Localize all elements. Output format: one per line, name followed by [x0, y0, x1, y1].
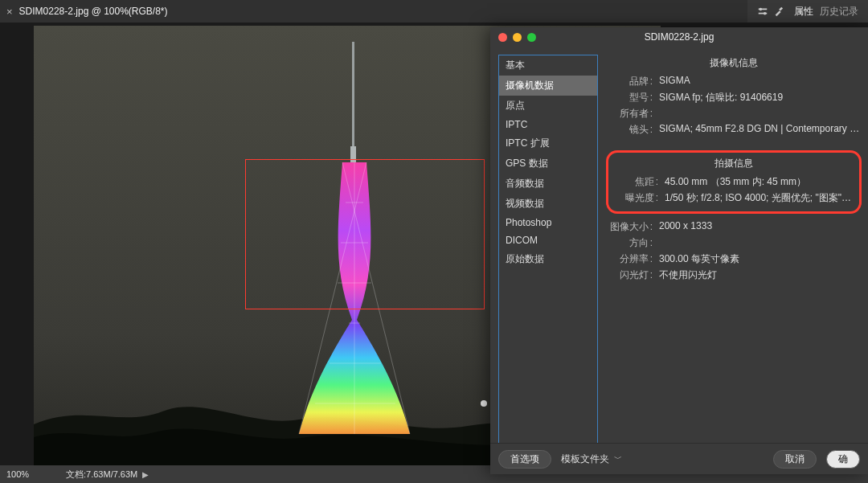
- selection-marquee[interactable]: [245, 159, 485, 309]
- dialog-body: 基本 摄像机数据 原点 IPTC IPTC 扩展 GPS 数据 音频数据 视频数…: [490, 47, 868, 443]
- svg-rect-3: [759, 9, 768, 10]
- category-raw[interactable]: 原始数据: [499, 249, 597, 269]
- kv-exposure: 曝光度 1/50 秒; f/2.8; ISO 4000; 光圈优先; "图案"测…: [612, 191, 856, 205]
- kv-owner-key: 所有者: [606, 107, 653, 121]
- panel-mini-icons: [757, 6, 784, 17]
- kv-brand-val: SIGMA: [653, 75, 862, 88]
- window-minimize-icon[interactable]: [513, 33, 522, 42]
- kv-image-size: 图像大小 2000 x 1333: [606, 220, 862, 234]
- svg-point-2: [764, 12, 767, 15]
- filesize-readout: 文档:7.63M/7.63M: [58, 469, 137, 481]
- category-pane: 基本 摄像机数据 原点 IPTC IPTC 扩展 GPS 数据 音频数据 视频数…: [490, 47, 606, 443]
- kv-focal-val: 45.00 mm （35 mm 内: 45 mm）: [658, 175, 856, 189]
- kv-exposure-val: 1/50 秒; f/2.8; ISO 4000; 光圈优先; "图案"测光: [658, 191, 856, 205]
- kv-lens: 镜头 SIGMA; 45mm F2.8 DG DN | Contemporary…: [606, 123, 862, 137]
- dialog-titlebar[interactable]: SDIM0228-2.jpg: [490, 27, 868, 47]
- template-folder-dropdown[interactable]: 模板文件夹 ﹀: [561, 452, 622, 466]
- category-iptc-ext[interactable]: IPTC 扩展: [499, 133, 597, 153]
- kv-owner: 所有者: [606, 107, 862, 121]
- shot-info-highlight: 拍摄信息 焦距 45.00 mm （35 mm 内: 45 mm） 曝光度 1/…: [606, 150, 862, 214]
- file-info-dialog: SDIM0228-2.jpg 基本 摄像机数据 原点 IPTC IPTC 扩展 …: [490, 27, 868, 474]
- document-tabbar: × SDIM0228-2.jpg @ 100%(RGB/8*): [0, 0, 868, 23]
- section-camera-header: 摄像机信息: [606, 56, 862, 70]
- status-disclosure-icon[interactable]: ▶: [142, 470, 149, 479]
- category-gps[interactable]: GPS 数据: [499, 153, 597, 174]
- kv-model-val: SIGMA fp; 信噪比: 91406619: [653, 91, 862, 104]
- category-list[interactable]: 基本 摄像机数据 原点 IPTC IPTC 扩展 GPS 数据 音频数据 视频数…: [498, 55, 598, 443]
- kv-image-size-val: 2000 x 1333: [653, 220, 862, 234]
- chevron-down-icon: ﹀: [614, 453, 622, 465]
- kv-focal-key: 焦距: [612, 175, 658, 189]
- window-controls: [498, 33, 536, 42]
- kv-orientation-val: [653, 236, 862, 250]
- cancel-button[interactable]: 取消: [773, 450, 817, 469]
- kv-flash-key: 闪光灯: [606, 268, 653, 282]
- kv-brand: 品牌 SIGMA: [606, 75, 862, 88]
- dialog-title: SDIM0228-2.jpg: [490, 31, 868, 43]
- kv-image-size-key: 图像大小: [606, 220, 653, 234]
- category-basic[interactable]: 基本: [499, 55, 597, 76]
- kv-focal: 焦距 45.00 mm （35 mm 内: 45 mm）: [612, 175, 856, 189]
- svg-point-8: [481, 400, 487, 407]
- close-tab-icon[interactable]: ×: [6, 6, 13, 18]
- brush-icon[interactable]: [773, 6, 784, 17]
- template-folder-label: 模板文件夹: [561, 452, 609, 466]
- kv-resolution-val: 300.00 每英寸像素: [653, 252, 862, 266]
- zoom-readout[interactable]: 100%: [0, 469, 58, 479]
- category-iptc[interactable]: IPTC: [499, 116, 597, 133]
- right-panel-tabs: 属性 历史记录: [747, 0, 868, 23]
- category-photoshop[interactable]: Photoshop: [499, 214, 597, 231]
- window-close-icon[interactable]: [498, 33, 507, 42]
- kv-lens-key: 镜头: [606, 123, 653, 137]
- svg-rect-6: [352, 42, 354, 154]
- kv-owner-val: [653, 107, 862, 121]
- tab-history[interactable]: 历史记录: [820, 5, 858, 18]
- dialog-footer: 首选项 模板文件夹 ﹀ 取消 确: [490, 443, 868, 474]
- document-title: SDIM0228-2.jpg @ 100%(RGB/8*): [19, 6, 168, 17]
- kv-resolution-key: 分辨率: [606, 252, 653, 266]
- category-audio[interactable]: 音频数据: [499, 174, 597, 194]
- adjust-icon[interactable]: [757, 6, 768, 17]
- category-origin[interactable]: 原点: [499, 96, 597, 116]
- window-zoom-icon[interactable]: [527, 33, 536, 42]
- kv-resolution: 分辨率 300.00 每英寸像素: [606, 252, 862, 266]
- category-video[interactable]: 视频数据: [499, 194, 597, 214]
- kv-model: 型号 SIGMA fp; 信噪比: 91406619: [606, 91, 862, 104]
- ok-button[interactable]: 确: [826, 450, 860, 469]
- detail-pane: 摄像机信息 品牌 SIGMA 型号 SIGMA fp; 信噪比: 9140661…: [606, 47, 868, 443]
- kv-flash-val: 不使用闪光灯: [653, 268, 862, 282]
- kv-flash: 闪光灯 不使用闪光灯: [606, 268, 862, 282]
- kv-lens-val: SIGMA; 45mm F2.8 DG DN | Contemporary 01…: [653, 123, 862, 137]
- kv-model-key: 型号: [606, 91, 653, 104]
- kv-orientation: 方向: [606, 236, 862, 250]
- app-root: × SDIM0228-2.jpg @ 100%(RGB/8*) 属性 历史记录: [0, 0, 868, 483]
- section-shot-header: 拍摄信息: [612, 157, 856, 170]
- category-camera-data[interactable]: 摄像机数据: [499, 76, 597, 96]
- preferences-button[interactable]: 首选项: [498, 450, 551, 469]
- kv-exposure-key: 曝光度: [612, 191, 658, 205]
- svg-rect-4: [779, 7, 783, 11]
- kv-orientation-key: 方向: [606, 236, 653, 250]
- tab-properties[interactable]: 属性: [794, 5, 813, 18]
- kv-brand-key: 品牌: [606, 75, 653, 88]
- category-dicom[interactable]: DICOM: [499, 231, 597, 249]
